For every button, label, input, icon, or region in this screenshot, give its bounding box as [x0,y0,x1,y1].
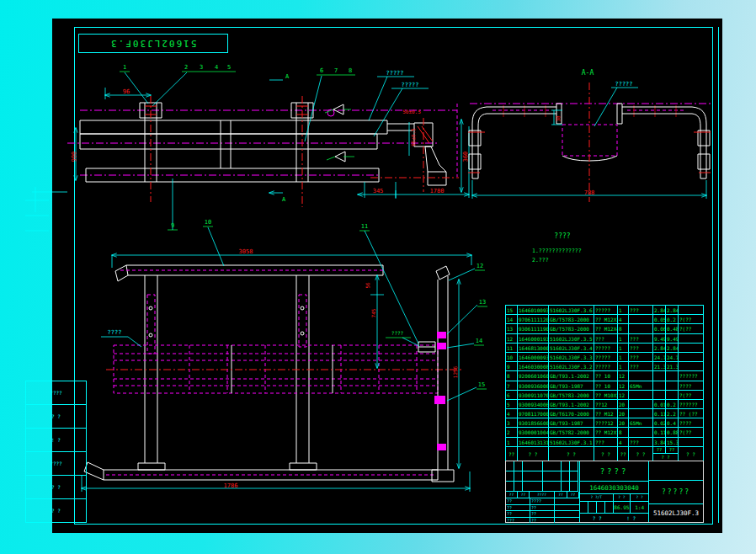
bom-cell: 8 [506,371,518,381]
revision-labels: ???????????? [506,492,579,498]
bom-cell: ??? [629,306,653,315]
bom-cell [666,391,679,400]
bom-cell: ????? [594,353,618,362]
margin-signature-strip: ????? ?! ?????? ?? ? [25,381,87,523]
revision-label: ?? [518,492,530,498]
title-block-right: ????? 51602LJ30F.3 [649,461,703,522]
bom-cell: 2 [506,428,518,437]
bom-cell: 65Mn [629,381,653,391]
drawing-number: 51602LJ30F.3 [649,504,703,522]
scale-label: ? ? [631,494,648,501]
bom-cell: 1646000193050 [518,334,549,344]
bom-cell: 1646013131361 [518,438,549,447]
bom-cell: 10 [506,353,518,362]
bom-table: 15164601009361151602LJ30F.3.6?????1???2.… [505,305,704,462]
bom-cell: 1646010093611 [518,306,549,315]
bom-cell: ?(?? [679,315,703,324]
bom-cell: 0.88 [666,428,679,437]
revision-label: ?? [567,492,579,498]
bom-cell: 15.36 [666,438,679,447]
bom-cell [629,391,653,400]
bom-row: 11164681300093451602LJ30F.3.4?????1???2.… [506,344,703,353]
bom-cell: 1 [618,353,629,362]
bom-cell: 24.75 [666,353,679,362]
stage-mark-boxes [580,502,614,513]
margin-strip-cell: ???? [25,381,87,405]
revision-grid-cell [506,461,514,471]
bom-cell: 7 [506,381,518,391]
bom-cell: 1 [618,344,629,353]
signature-row: ???? [506,505,579,512]
bom-cell: 1646000093831 [518,353,549,362]
bom-cell: 20 [618,400,629,409]
bom-cell [666,381,679,391]
bom-cell: ?? M12 [594,409,618,418]
bom-cell [629,324,653,333]
bom-cell: GB/T5783-2000 [549,315,594,324]
fold-marks [25,200,49,231]
bom-cell: ?? M12X110 [594,428,618,437]
bom-cell: 11 [506,344,518,353]
title-block-center: ???? 1646030303040 ? ?/T ? ? ? ? 86.95 1… [580,461,649,522]
bom-cell: 0.48 [666,324,679,333]
revision-grid-cell [543,461,562,471]
bom-cell: 51602LJ30F.3.2 [549,362,594,371]
bom-cell: ?(?? [679,324,703,333]
cad-drawing-screenshot: { "sheet": { "top_label": "51602LJ30F.3"… [0,0,756,554]
revision-grid-cell [506,482,514,492]
bom-row: 89200601060641GB/T93.1-2002?? 1012?????? [506,371,703,381]
bom-cell: GB/T5783-2000 [549,391,594,400]
bom-cell: GB/T5782-2000 [549,428,594,437]
bom-cell [629,409,653,418]
bom-cell: ???? [679,381,703,391]
bom-cell: 9200601060641 [518,371,549,381]
revision-label: ?? [506,492,518,498]
revision-label: ???? [530,492,555,498]
bom-cell [629,400,653,409]
bom-cell: 0.4 [666,418,679,428]
signature-row: ????? [506,518,579,524]
margin-strip-cell: ? ? [25,405,87,429]
revision-grid-cell [562,461,570,471]
bom-row: 39301856600511GB/T93-1987????122065Mn0.0… [506,418,703,428]
bom-cell: ?? 10 [594,371,618,381]
bom-cell: ?? 10 [594,381,618,391]
bom-cell: ?? M12X35 [594,315,618,324]
bom-cell: 1 [618,306,629,315]
bom-cell: 14 [506,315,518,324]
bom-cell: 21.31 [653,362,666,371]
signature-cell [555,505,579,511]
bom-cell: 0.2 [666,315,679,324]
signature-row: ?????? [506,498,579,505]
bom-header-remark: ? ? [679,447,703,461]
signature-cell: ?? [530,518,555,524]
bom-cell: 9 [506,362,518,371]
signature-row: ???? [506,511,579,518]
revision-grid-cell [562,482,570,492]
bom-cell: 9306111190521 [518,324,549,333]
bom-header-weight-total: ?? [666,447,678,453]
bom-cell: 51602LJ30F.3.3 [549,353,594,362]
title-block-blank-cell [649,461,703,481]
weight-label: ? ? [614,494,631,501]
revision-grid-cell [523,471,543,482]
bom-cell: 65Mn [629,418,653,428]
bom-cell: 51602LJ30F.3.6 [549,306,594,315]
bom-cell: ???? [679,418,703,428]
bom-cell: ????? [594,344,618,353]
bom-row: 29300001004181GB/T5782-2000?? M12X11080.… [506,428,703,437]
bom-cell: ????12 [594,418,618,428]
bom-cell: 9300911070311 [518,391,549,400]
bom-cell: ?? M12X45 [594,324,618,333]
part-code: 1646030303040 [580,482,648,494]
signature-cell: ?? [530,511,555,517]
bom-cell: 51602LJ30F.3.1 [549,438,594,447]
signature-cell: ?? [506,511,530,517]
bom-cell: 24.75 [653,353,666,362]
bom-cell: GB/T93.1-2002 [549,400,594,409]
bom-header-name: ? ? [549,447,594,461]
bom-cell: 8 [618,428,629,437]
bom-cell: ?(?? [679,428,703,437]
bom-cell: 2.2 [666,409,679,418]
bom-header-weight: ?? ?? ? ? [653,447,679,461]
